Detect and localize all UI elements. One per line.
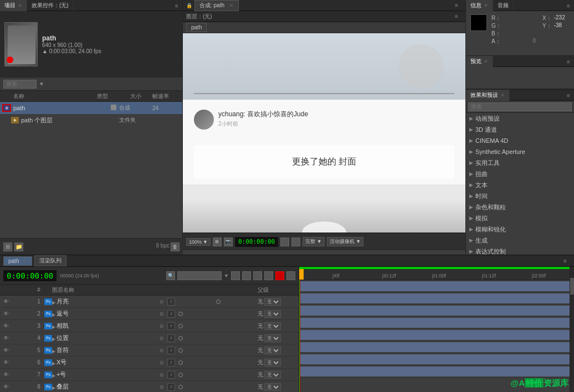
circle-icon-5[interactable]	[177, 347, 184, 354]
timeline-tab-path[interactable]: path ✕	[3, 256, 32, 266]
parent-select-5[interactable]: 无	[264, 347, 281, 354]
timeline-tab-close[interactable]: ✕	[23, 259, 27, 264]
switch-icon-8a[interactable]: ⊙	[158, 383, 166, 391]
timeline-btn-4[interactable]	[264, 271, 273, 280]
parent-select-7[interactable]: 无	[264, 371, 281, 379]
expand-arrow-4[interactable]: ▶	[52, 335, 57, 342]
layer-row-5[interactable]: 👁 5 Ps ▶ 音符 ⊙ / 无 无	[0, 344, 299, 357]
expand-arrow-6[interactable]: ▶	[52, 359, 57, 366]
layer-row-8[interactable]: 👁 8 Ps ▶ 叠层 ⊙ / 无 无	[0, 381, 299, 392]
switch-pen-7[interactable]: /	[167, 371, 175, 379]
effects-presets-tab[interactable]: 效果和预设 ✕	[466, 90, 510, 101]
layer-row-6[interactable]: 👁 6 Ps ▶ X号 ⊙ / 无 无	[0, 357, 299, 369]
quality-control[interactable]: 完整 ▼	[303, 237, 324, 246]
record-button[interactable]	[275, 271, 284, 280]
timeline-tab-render[interactable]: 渲染队列	[34, 255, 66, 266]
eye-icon-3[interactable]: 👁	[2, 323, 10, 329]
circle-icon-3[interactable]	[177, 322, 184, 330]
eye-icon-1[interactable]: 👁	[2, 298, 10, 305]
zoom-control[interactable]: 100% ▼	[186, 238, 211, 246]
eye-icon-6[interactable]: 👁	[2, 359, 10, 365]
switch-pen-8[interactable]: /	[167, 383, 175, 391]
circle-icon-2[interactable]	[177, 310, 184, 318]
layer-row-4[interactable]: 👁 4 Ps ▶ 位置 ⊙ / 无 无	[0, 332, 299, 344]
eye-icon-7[interactable]: 👁	[2, 372, 10, 378]
parent-select-3[interactable]: 无	[264, 322, 281, 330]
circle-icon-1[interactable]	[214, 298, 222, 306]
expand-arrow-2[interactable]: ▶	[52, 311, 57, 317]
switch-pen-6[interactable]: /	[167, 359, 175, 367]
parent-select-4[interactable]: 无	[264, 334, 281, 342]
expand-arrow-1[interactable]: ▶	[52, 298, 57, 305]
eye-icon-4[interactable]: 👁	[2, 335, 10, 341]
effects-tab[interactable]: 效果控件：(无)	[27, 0, 74, 11]
info-tab[interactable]: 信息 ✕	[466, 0, 493, 11]
effect-group-generate-title[interactable]: ▶ 生成	[466, 235, 574, 245]
switch-icon-7a[interactable]: ⊙	[158, 371, 166, 379]
preview-panel-menu[interactable]: ≡	[563, 56, 574, 67]
info-close[interactable]: ✕	[484, 3, 488, 8]
expand-arrow-7[interactable]: ▶	[52, 372, 57, 378]
effect-group-text-title[interactable]: ▶ 文本	[466, 180, 574, 190]
preview-tab[interactable]: 预览 ✕	[466, 56, 493, 67]
camera-control[interactable]: 活动摄像机 ▼	[327, 237, 363, 246]
effect-group-synthetic-title[interactable]: ▶ Synthetic Aperture	[466, 147, 574, 157]
effect-group-distort-title[interactable]: ▶ 扭曲	[466, 169, 574, 179]
layer-row-3[interactable]: 👁 3 Ps ▶ 相凯 ⊙ / 无 无	[0, 320, 299, 332]
project-search-input[interactable]	[3, 80, 37, 89]
switch-pen-2[interactable]: /	[167, 310, 175, 318]
switch-icon-6a[interactable]: ⊙	[158, 359, 166, 367]
project-close[interactable]: ✕	[18, 3, 22, 8]
project-tab[interactable]: 项目 ✕	[0, 0, 27, 11]
effect-group-utility-title[interactable]: ▶ 实用工具	[466, 158, 574, 168]
audio-tab[interactable]: 音频	[493, 0, 514, 11]
effect-group-simulate-title[interactable]: ▶ 模拟	[466, 213, 574, 223]
parent-select-6[interactable]: 无	[264, 359, 281, 367]
scroll-thumb[interactable]	[570, 278, 574, 295]
layer-search-input[interactable]	[177, 271, 222, 280]
expand-arrow-3[interactable]: ▶	[52, 323, 57, 329]
layer-row-7[interactable]: 👁 7 Ps ▶ +号 ⊙ / 无 无	[0, 369, 299, 381]
layers-panel-menu[interactable]: ≡	[451, 11, 462, 22]
project-item-layers[interactable]: ▶ path 个图层 文件夹	[0, 114, 182, 126]
parent-select-8[interactable]: 无	[264, 383, 281, 391]
eye-icon-8[interactable]: 👁	[2, 384, 10, 390]
path-tab[interactable]: path	[186, 23, 207, 32]
effect-group-animation-title[interactable]: ▶ 动画预设	[466, 114, 574, 123]
timeline-scrollbar[interactable]	[570, 267, 574, 392]
composition-viewer[interactable]: ychuang: 喜欢搞小惊喜的Jude 2小时前 更换了她的 封面	[183, 33, 465, 233]
composition-tab[interactable]: 合成: path ✕	[194, 0, 239, 11]
timeline-btn-3[interactable]	[253, 271, 262, 280]
layer-row-2[interactable]: 👁 2 Ps ▶ 返号 ⊙ / 无 无	[0, 308, 299, 320]
switch-icon-2a[interactable]: ⊙	[158, 310, 166, 318]
circle-icon-4[interactable]	[177, 334, 184, 342]
effects-presets-close[interactable]: ✕	[500, 92, 505, 98]
effect-group-cinema4d-title[interactable]: ▶ CINEMA 4D	[466, 136, 574, 146]
expand-arrow-5[interactable]: ▶	[52, 347, 57, 354]
switch-icon-5a[interactable]: ⊙	[158, 347, 166, 354]
timeline-search-input-btn[interactable]: 🔍	[166, 271, 175, 280]
switch-pen-5[interactable]: /	[167, 347, 175, 354]
render-icon-btn[interactable]	[291, 238, 300, 246]
switch-icon-1a[interactable]: ⊙	[158, 298, 166, 306]
effect-group-3d-title[interactable]: ▶ 3D 通道	[466, 125, 574, 135]
effect-group-expression-title[interactable]: ▶ 表达式控制	[466, 246, 574, 255]
view-options-button[interactable]: ⊞	[213, 238, 222, 246]
effect-group-noise-title[interactable]: ▶ 杂色和颗粒	[466, 202, 574, 212]
switch-icon-4a[interactable]: ⊙	[158, 334, 166, 342]
timeline-btn-2[interactable]	[242, 271, 251, 280]
timeline-panel-menu[interactable]: ≡	[560, 255, 571, 266]
eye-icon-2[interactable]: 👁	[2, 311, 10, 317]
project-item-path[interactable]: ▣ path 合成 24	[0, 102, 182, 114]
delete-button[interactable]: 🗑	[171, 243, 180, 251]
info-panel-menu[interactable]: ≡	[563, 0, 574, 11]
switch-pen-4[interactable]: /	[167, 334, 175, 342]
switch-pen-1[interactable]: /	[167, 298, 175, 306]
effect-group-time-title[interactable]: ▶ 时间	[466, 191, 574, 201]
circle-icon-7[interactable]	[177, 371, 184, 379]
eye-icon-5[interactable]: 👁	[2, 347, 10, 353]
new-composition-button[interactable]: ⊞	[3, 243, 12, 251]
circle-icon-6[interactable]	[177, 359, 184, 367]
circle-icon-8[interactable]	[177, 383, 184, 391]
search-dropdown-icon[interactable]: ▼	[39, 81, 44, 87]
